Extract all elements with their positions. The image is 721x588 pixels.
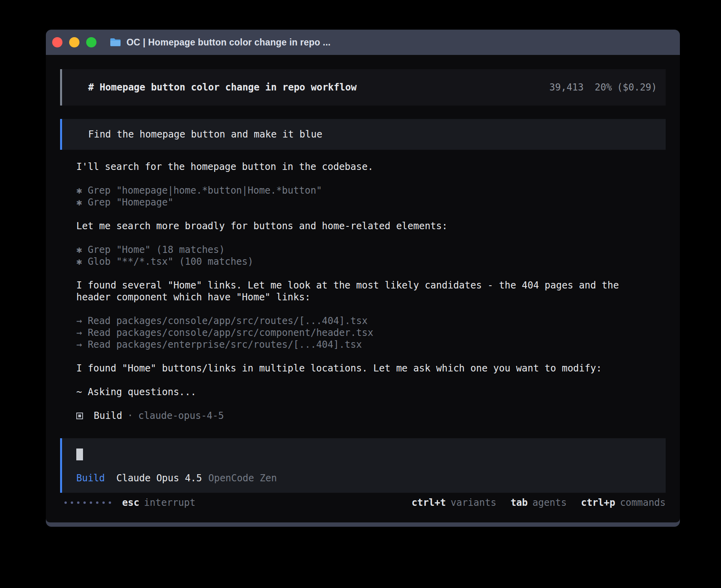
traffic-lights xyxy=(52,37,96,47)
transcript-block-tool: ✱ Grep "homepage|home.*button|Home.*butt… xyxy=(76,185,653,208)
assistant-text-line: I found several "Home" links. Let me loo… xyxy=(76,279,653,303)
hint-key[interactable]: ctrl+t xyxy=(411,497,446,509)
zoom-button[interactable] xyxy=(86,37,96,47)
transcript-block-tool: ✱ Grep "Home" (18 matches)✱ Glob "**/*.t… xyxy=(76,244,653,268)
keyboard-hint-commands: ctrl+pcommands xyxy=(581,497,666,509)
text-cursor xyxy=(76,449,83,460)
close-button[interactable] xyxy=(52,37,62,47)
status-bar-left: esc interrupt xyxy=(60,497,195,509)
assistant-text-line: ~ Asking questions... xyxy=(76,386,653,398)
spinner-dots-icon xyxy=(64,501,111,504)
session-header: # Homepage button color change in repo w… xyxy=(60,69,666,106)
tool-call-line: → Read packages/enterprise/src/routes/[.… xyxy=(76,339,653,351)
token-count: 39,413 xyxy=(549,82,584,93)
agent-mode-label[interactable]: Build xyxy=(76,472,105,484)
tool-call-line: ✱ Grep "Home" (18 matches) xyxy=(76,244,653,256)
line-text: ~ Asking questions... xyxy=(76,386,196,398)
model-status-line: Build Claude Opus 4.5 OpenCode Zen xyxy=(76,472,655,484)
tool-call-line: → Read packages/console/app/src/componen… xyxy=(76,327,653,339)
model-name[interactable]: Claude Opus 4.5 xyxy=(116,472,202,484)
transcript-block-text: Let me search more broadly for buttons a… xyxy=(76,220,653,232)
agent-name: Build xyxy=(94,410,122,422)
window-titlebar: OC | Homepage button color change in rep… xyxy=(46,30,680,55)
app-window: OC | Homepage button color change in rep… xyxy=(46,30,680,527)
spinner-dot xyxy=(71,501,73,504)
line-text: Glob "**/*.tsx" (100 matches) xyxy=(88,256,253,267)
window-title: OC | Homepage button color change in rep… xyxy=(126,37,330,48)
transcript-block-text: I'll search for the homepage button in t… xyxy=(76,161,653,173)
status-bar-right: ctrl+tvariantstabagentsctrl+pcommands xyxy=(411,497,666,509)
line-text: Read packages/console/app/src/component/… xyxy=(88,327,373,338)
read-arrow-icon: → xyxy=(76,327,88,338)
spinner-dot xyxy=(96,501,98,504)
transcript-block-text: I found several "Home" links. Let me loo… xyxy=(76,279,653,303)
tool-asterisk-icon: ✱ xyxy=(76,185,88,196)
agent-separator: · xyxy=(127,410,133,422)
transcript: I'll search for the homepage button in t… xyxy=(76,161,653,398)
transcript-block-text: ~ Asking questions... xyxy=(76,386,653,398)
hint-label: commands xyxy=(620,497,666,509)
terminal-content: # Homepage button color change in repo w… xyxy=(46,55,680,522)
agent-build-icon xyxy=(76,413,83,419)
hint-label: agents xyxy=(532,497,567,509)
line-text: Grep "Home" (18 matches) xyxy=(88,244,225,255)
session-stats: 39,413 20% ($0.29) xyxy=(549,82,657,93)
spinner-dot xyxy=(83,501,86,504)
line-text: Grep "homepage|home.*button|Home.*button… xyxy=(88,185,322,196)
tool-call-line: ✱ Glob "**/*.tsx" (100 matches) xyxy=(76,256,653,268)
hint-key[interactable]: tab xyxy=(511,497,528,509)
context-percent: 20% xyxy=(595,82,612,93)
line-text: Read packages/enterprise/src/routes/[...… xyxy=(88,339,362,350)
esc-key[interactable]: esc xyxy=(122,497,139,509)
keyboard-hint-variants: ctrl+tvariants xyxy=(411,497,496,509)
spinner-dot xyxy=(90,501,92,504)
tool-asterisk-icon: ✱ xyxy=(76,244,88,255)
minimize-button[interactable] xyxy=(69,37,79,47)
hint-label: variants xyxy=(451,497,496,509)
agent-model: claude-opus-4-5 xyxy=(138,410,224,422)
transcript-block-text: I found "Home" buttons/links in multiple… xyxy=(76,362,653,374)
spinner-dot xyxy=(77,501,79,504)
esc-hint-label: interrupt xyxy=(144,497,195,509)
line-text: Read packages/console/app/src/routes/[..… xyxy=(88,315,368,326)
spinner-dot xyxy=(102,501,105,504)
status-bar: esc interrupt ctrl+tvariantstabagentsctr… xyxy=(60,497,666,509)
agent-status-line: Build · claude-opus-4-5 xyxy=(76,410,666,422)
line-text: I'll search for the homepage button in t… xyxy=(76,161,373,172)
read-arrow-icon: → xyxy=(76,315,88,326)
tool-call-line: ✱ Grep "Homepage" xyxy=(76,196,653,208)
assistant-text-line: I found "Home" buttons/links in multiple… xyxy=(76,362,653,374)
keyboard-hint-agents: tabagents xyxy=(511,497,567,509)
session-title: # Homepage button color change in repo w… xyxy=(88,82,357,93)
session-cost: ($0.29) xyxy=(617,82,657,93)
hint-key[interactable]: ctrl+p xyxy=(581,497,615,509)
spinner-dot xyxy=(109,501,111,504)
tool-call-line: ✱ Grep "homepage|home.*button|Home.*butt… xyxy=(76,185,653,196)
tool-asterisk-icon: ✱ xyxy=(76,197,88,208)
tool-asterisk-icon: ✱ xyxy=(76,256,88,267)
assistant-text-line: Let me search more broadly for buttons a… xyxy=(76,220,653,232)
line-text: Let me search more broadly for buttons a… xyxy=(76,220,447,232)
line-text: I found "Home" buttons/links in multiple… xyxy=(76,363,602,374)
line-text: Grep "Homepage" xyxy=(88,197,174,208)
model-provider: OpenCode Zen xyxy=(208,472,277,484)
user-message: Find the homepage button and make it blu… xyxy=(60,119,666,150)
folder-icon xyxy=(109,38,121,47)
spinner-dot xyxy=(64,501,67,504)
read-arrow-icon: → xyxy=(76,339,88,350)
prompt-input[interactable]: Build Claude Opus 4.5 OpenCode Zen xyxy=(60,438,666,493)
window-title-group: OC | Homepage button color change in rep… xyxy=(109,37,330,48)
user-message-text: Find the homepage button and make it blu… xyxy=(88,129,322,140)
assistant-text-line: I'll search for the homepage button in t… xyxy=(76,161,653,173)
line-text: I found several "Home" links. Let me loo… xyxy=(76,280,619,303)
transcript-block-tool: → Read packages/console/app/src/routes/[… xyxy=(76,315,653,351)
tool-call-line: → Read packages/console/app/src/routes/[… xyxy=(76,315,653,327)
